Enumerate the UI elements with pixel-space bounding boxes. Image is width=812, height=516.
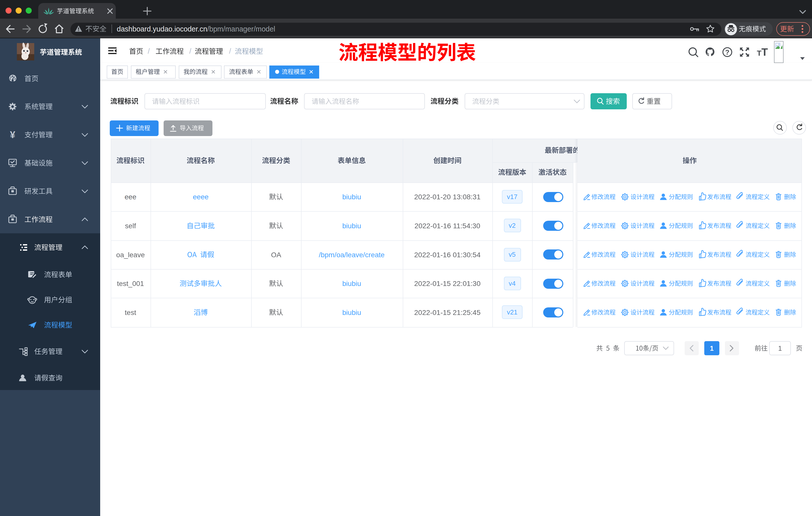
- svg-text:self: self: [125, 222, 136, 230]
- svg-text:¥: ¥: [10, 130, 15, 140]
- svg-text:2022-01-16 11:54:30: 2022-01-16 11:54:30: [414, 222, 481, 230]
- svg-text:test_001: test_001: [117, 280, 144, 288]
- svg-text:oa_leave: oa_leave: [116, 251, 145, 259]
- svg-text:1: 1: [710, 345, 714, 352]
- svg-text:v17: v17: [507, 193, 518, 200]
- svg-text:v2: v2: [509, 222, 516, 229]
- svg-text:biubiu: biubiu: [342, 193, 361, 201]
- svg-text:2022-01-20 13:08:31: 2022-01-20 13:08:31: [414, 193, 481, 201]
- svg-text:v4: v4: [509, 280, 516, 287]
- svg-text:2022-01-16 01:30:54: 2022-01-16 01:30:54: [414, 251, 481, 259]
- svg-text:v5: v5: [509, 251, 516, 258]
- svg-text:2022-01-15 22:01:30: 2022-01-15 22:01:30: [414, 279, 481, 288]
- svg-text:dashboard.yudao.iocoder.cn/bpm: dashboard.yudao.iocoder.cn/bpm/manager/m…: [117, 25, 275, 33]
- svg-text:?: ?: [725, 49, 729, 56]
- svg-text:eeee: eeee: [193, 193, 208, 201]
- svg-text:1: 1: [778, 345, 782, 352]
- svg-text:T: T: [761, 46, 768, 58]
- svg-text:T: T: [757, 49, 761, 57]
- svg-text:v21: v21: [507, 308, 518, 316]
- svg-text:biubiu: biubiu: [342, 222, 361, 230]
- svg-text:/bpm/oa/leave/create: /bpm/oa/leave/create: [319, 251, 385, 259]
- svg-text:test: test: [125, 309, 136, 317]
- svg-text:OA: OA: [271, 251, 282, 259]
- svg-text:/: /: [229, 47, 231, 55]
- svg-text:/: /: [189, 47, 192, 55]
- svg-text:/: /: [148, 47, 150, 55]
- svg-text:biubiu: biubiu: [342, 280, 361, 288]
- svg-text:eee: eee: [124, 193, 137, 201]
- svg-text:2022-01-15 21:25:45: 2022-01-15 21:25:45: [414, 308, 481, 317]
- svg-text:biubiu: biubiu: [342, 309, 361, 317]
